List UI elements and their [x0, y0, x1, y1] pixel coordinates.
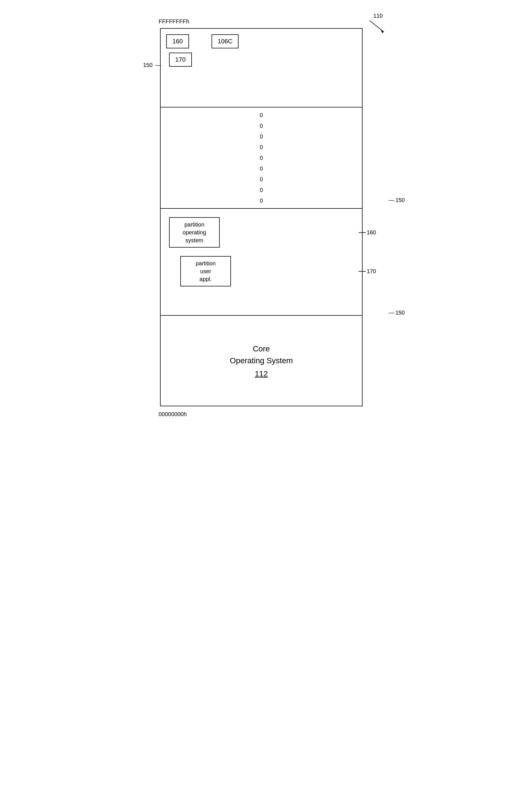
zero-4: 0	[260, 144, 263, 151]
main-diagram-box: 160 106C 170 0 0 0 0 0 0 0 0 0	[160, 28, 363, 406]
label-150-left-text: 150	[143, 62, 152, 68]
svg-line-0	[370, 21, 384, 32]
zero-3: 0	[260, 133, 263, 140]
top-address-label: FFFFFFFFh	[159, 18, 189, 25]
core-section: Core Operating System 112	[161, 316, 362, 406]
label-150-right-1-text: 150	[395, 197, 405, 203]
ref-160-text: 160	[367, 229, 376, 236]
label-150-right-2-text: 150	[395, 310, 405, 316]
box-106c: 106C	[212, 34, 239, 49]
partition-appl-box: partitionuserappl.	[180, 256, 231, 286]
core-title-line2: Operating System	[230, 356, 293, 365]
label-150-right-partition: — 150	[389, 197, 405, 203]
ref-160-label: 160	[359, 229, 376, 236]
ref-170-text: 170	[367, 268, 376, 274]
partition-os-wrapper: partitionoperatingsystem 160	[169, 217, 354, 248]
ref-170-label: 170	[359, 268, 376, 274]
label-110-text: 110	[373, 13, 383, 19]
arrow-110-icon	[368, 19, 388, 33]
box-160: 160	[166, 34, 189, 49]
partition-appl-wrapper: partitionuserappl. 170	[180, 256, 354, 286]
diagram-container: FFFFFFFFh 110 150 — 160 106C 170	[132, 28, 385, 406]
core-title-line1: Core	[253, 344, 270, 353]
top-row-1: 160 106C	[166, 34, 356, 49]
top-row-2: 170	[169, 53, 356, 67]
zero-9: 0	[260, 197, 263, 204]
zero-8: 0	[260, 186, 263, 194]
zero-5: 0	[260, 154, 263, 162]
zero-2: 0	[260, 122, 263, 129]
middle-section: 0 0 0 0 0 0 0 0 0	[161, 108, 362, 209]
label-150-left: 150 —	[143, 62, 161, 68]
core-title: Core Operating System	[230, 343, 293, 367]
bottom-address-label: 00000000h	[159, 411, 187, 417]
partition-os-box: partitionoperatingsystem	[169, 217, 220, 248]
outer-wrapper: FFFFFFFFh 110 150 — 160 106C 170	[132, 28, 385, 406]
figure-number-label: 110	[368, 13, 388, 33]
zero-1: 0	[260, 111, 263, 119]
box-170: 170	[169, 53, 192, 67]
zero-6: 0	[260, 165, 263, 172]
core-number: 112	[255, 370, 268, 378]
top-section: 160 106C 170	[161, 29, 362, 108]
partition-section: partitionoperatingsystem 160 partitionus…	[161, 209, 362, 316]
label-150-right-core: — 150	[389, 310, 405, 316]
zero-7: 0	[260, 176, 263, 183]
